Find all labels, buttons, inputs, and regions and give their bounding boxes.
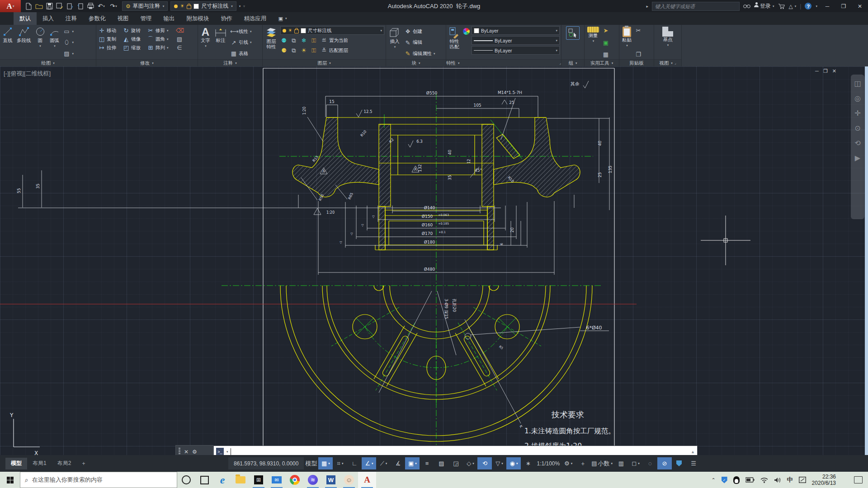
qq-tray-icon[interactable] bbox=[733, 476, 740, 484]
workspace-switcher[interactable]: ⚙ 草图与注释 ▾ bbox=[122, 1, 168, 11]
polar-tracking-toggle[interactable]: ∠▾ bbox=[362, 457, 376, 469]
tab-insert[interactable]: 插入 bbox=[37, 12, 60, 25]
autoscale-toggle[interactable]: ∗ bbox=[521, 457, 535, 469]
orbit-icon[interactable]: ⟲ bbox=[854, 139, 860, 147]
match-layer-button[interactable]: ≚匹配图层 bbox=[320, 46, 349, 55]
selection-cycling-toggle[interactable]: ◲ bbox=[448, 457, 463, 469]
color-wheel-icon[interactable] bbox=[463, 28, 470, 35]
dynamic-ucs-toggle[interactable]: ⟲ bbox=[477, 457, 492, 469]
search-binoculars-icon[interactable] bbox=[743, 4, 750, 9]
annotation-monitor-button[interactable]: ＋ bbox=[576, 457, 590, 469]
volume-icon[interactable] bbox=[774, 477, 781, 483]
tab-collaborate[interactable]: 协作 bbox=[215, 12, 238, 25]
task-view-icon[interactable] bbox=[195, 472, 213, 488]
layer-lock-icon[interactable]: ⚿ bbox=[310, 37, 317, 44]
doc-close-icon[interactable]: ✕ bbox=[832, 68, 836, 74]
explode-tool[interactable]: ▧ bbox=[175, 35, 184, 43]
viewport-controls[interactable]: [-][俯视][二维线框] bbox=[4, 70, 51, 78]
layer-properties-button[interactable]: 图层 特性 bbox=[264, 26, 278, 50]
layer-unlock-icon2[interactable]: ⚿ bbox=[310, 47, 317, 54]
help-icon[interactable]: ? bbox=[805, 3, 811, 9]
polyline-tool[interactable]: 多段线 bbox=[16, 26, 32, 44]
dimension-tool[interactable]: 标注 bbox=[213, 26, 228, 43]
tab-parametric[interactable]: 参数化 bbox=[83, 12, 112, 25]
insert-block-button[interactable]: 插入▾ bbox=[387, 26, 402, 50]
cut-icon[interactable]: ✂ bbox=[635, 27, 642, 34]
layer-off-icon[interactable]: ⚉ bbox=[280, 37, 288, 44]
app-store-cart-icon[interactable] bbox=[778, 3, 785, 9]
lineweight-toggle[interactable]: ≡ bbox=[420, 457, 434, 469]
store-icon[interactable]: ⊞ bbox=[250, 472, 268, 488]
panel-label-draw[interactable]: 绘图▾ bbox=[0, 59, 96, 66]
arc-tool[interactable]: 圆弧▾ bbox=[48, 26, 61, 48]
save-icon[interactable] bbox=[45, 2, 53, 10]
tab-view[interactable]: 视图 bbox=[112, 12, 135, 25]
grid-toggle[interactable]: ▦▾ bbox=[318, 457, 333, 469]
clock[interactable]: 22:36 2020/6/13 bbox=[812, 474, 836, 486]
thunder-icon[interactable]: ≋ bbox=[304, 472, 322, 488]
wifi-icon[interactable] bbox=[760, 477, 768, 483]
rotate-tool[interactable]: ↻旋转 bbox=[122, 26, 146, 35]
array-tool[interactable]: ⊞阵列▾ bbox=[146, 43, 175, 52]
measure-button[interactable]: 测量▾ bbox=[586, 26, 600, 44]
command-line-grip[interactable]: ✕ ⚙ bbox=[175, 445, 213, 455]
tray-expand-icon[interactable]: ⌃ bbox=[711, 477, 715, 483]
workspace-gear-button[interactable]: ⚙▾ bbox=[561, 457, 576, 469]
qat-customize-icon[interactable]: ▿ bbox=[243, 5, 245, 8]
qat-layer-control[interactable]: ☀ 尺寸标注线 ▾ bbox=[170, 1, 236, 11]
mail-icon[interactable]: ✉ bbox=[268, 472, 286, 488]
canvas-scrollbar[interactable] bbox=[865, 66, 868, 455]
doc-minimize-icon[interactable]: ─ bbox=[815, 68, 819, 74]
panel-label-utilities[interactable]: 实用工具▾ bbox=[585, 59, 619, 66]
sign-in-button[interactable]: 登录▾ bbox=[754, 2, 774, 10]
start-button[interactable] bbox=[0, 472, 20, 488]
panel-label-modify[interactable]: 修改▾ bbox=[96, 59, 198, 66]
layer-thaw-all-icon[interactable]: ☀ bbox=[300, 47, 307, 54]
calculator-icon[interactable]: ▦ bbox=[602, 51, 609, 58]
zoom-icon[interactable]: ⊙ bbox=[854, 124, 860, 132]
circle-tool[interactable]: 圆▾ bbox=[34, 26, 47, 48]
command-wrench-icon[interactable]: ⚙ bbox=[192, 449, 197, 455]
tab-layout1[interactable]: 布局1 bbox=[27, 458, 52, 469]
layer-on-all-icon[interactable]: ⚈ bbox=[280, 47, 288, 54]
panel-label-view[interactable]: 视图▾⌟ bbox=[654, 59, 681, 66]
graphics-performance-button[interactable]: ⊘ bbox=[657, 457, 672, 469]
annotation-scale-button[interactable]: 1:1/100% bbox=[535, 457, 561, 469]
file-explorer-icon[interactable] bbox=[231, 472, 250, 488]
move-tool[interactable]: ✛移动 bbox=[98, 26, 122, 35]
command-history-icon[interactable]: ▲ bbox=[691, 450, 695, 454]
ribbon-display-toggle-icon[interactable]: ▣▾ bbox=[273, 12, 293, 25]
tab-featured-apps[interactable]: 精选应用 bbox=[238, 12, 273, 25]
rectangle-tool[interactable]: ▭▾ bbox=[63, 27, 75, 36]
upload-drawing-icon[interactable] bbox=[66, 2, 74, 10]
stretch-tool[interactable]: ↦拉伸 bbox=[98, 43, 122, 52]
save-as-icon[interactable] bbox=[56, 2, 64, 10]
open-folder-icon[interactable] bbox=[35, 2, 43, 10]
app-menu-button[interactable]: A▾ bbox=[0, 0, 21, 12]
pc-manager-icon[interactable]: ✓ bbox=[722, 477, 727, 483]
copy-clip-icon[interactable]: ❐ bbox=[635, 51, 642, 58]
object-snap-tracking-toggle[interactable]: ∡ bbox=[391, 457, 405, 469]
panel-label-clipboard[interactable]: 剪贴板 bbox=[619, 59, 654, 66]
tab-addins[interactable]: 附加模块 bbox=[181, 12, 215, 25]
panel-label-groups[interactable]: 组▾ bbox=[561, 59, 584, 66]
customization-button[interactable]: ☰ bbox=[686, 457, 701, 469]
ellipse-tool[interactable]: ⬯▾ bbox=[63, 38, 75, 47]
touch-keyboard-icon[interactable] bbox=[799, 477, 806, 483]
create-block-tool[interactable]: ❖创建 bbox=[404, 27, 436, 36]
fillet-tool[interactable]: ⌒圆角▾ bbox=[146, 35, 175, 43]
match-properties-button[interactable]: 特性 匹配 bbox=[448, 26, 461, 50]
qat-dropdown-icon[interactable]: ▾ bbox=[239, 5, 241, 8]
minimize-button[interactable]: ─ bbox=[821, 2, 834, 11]
paste-button[interactable]: 粘贴▾ bbox=[621, 26, 633, 48]
isolate-objects-button[interactable]: ◌ bbox=[643, 457, 657, 469]
help-search-input[interactable] bbox=[652, 2, 740, 11]
quick-properties-toggle[interactable]: ▥ bbox=[614, 457, 628, 469]
group-button[interactable] bbox=[566, 26, 580, 40]
panel-label-annotation[interactable]: 注释▾ bbox=[198, 59, 262, 66]
linetype-dropdown[interactable]: ByLayer▾ bbox=[472, 46, 560, 55]
lineweight-dropdown[interactable]: ByLayer▾ bbox=[472, 36, 560, 45]
isodraft-toggle[interactable]: ⟋▾ bbox=[376, 457, 391, 469]
command-input[interactable]: >_ ▾ ▲ bbox=[213, 446, 698, 455]
restore-button[interactable]: ❐ bbox=[837, 2, 850, 11]
